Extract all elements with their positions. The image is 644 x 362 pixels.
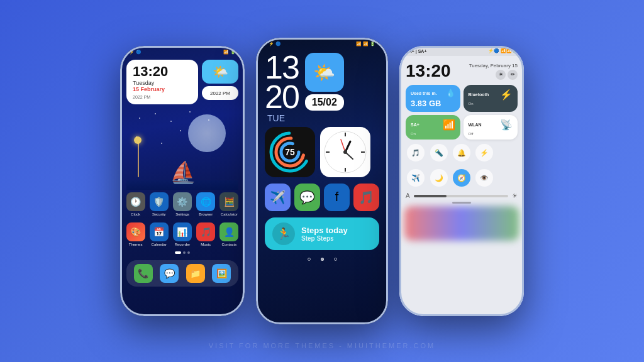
date-box-2: 15/02 bbox=[305, 94, 344, 111]
phone-3: SA+ | SA+ ⚡🔵 📶📶🔋 13:20 Tuesday, February… bbox=[399, 46, 524, 316]
status-left-3: SA+ | SA+ bbox=[406, 49, 426, 53]
page-dots-1 bbox=[120, 249, 245, 256]
water-reflection bbox=[126, 180, 238, 190]
ring-value-2: 75 bbox=[285, 147, 295, 157]
app-security[interactable]: 🛡️ Security bbox=[148, 192, 169, 216]
app-calendar[interactable]: 📅 Calendar bbox=[148, 222, 169, 246]
night-scene-1: ⛵ bbox=[126, 108, 238, 190]
tile-bt-3[interactable]: Bluetooth ⚡ On bbox=[464, 85, 518, 112]
app-browser-label: Browser bbox=[199, 212, 213, 216]
tile-sa-icon: 📶 bbox=[443, 119, 455, 131]
svg-point-11 bbox=[343, 150, 347, 154]
star bbox=[189, 111, 191, 112]
edit-icon-3[interactable]: ✏ bbox=[508, 70, 518, 80]
app-calculator-icon: 🧮 bbox=[219, 192, 238, 211]
battery-2: 🔋 bbox=[370, 41, 375, 47]
sun-icon-3[interactable]: ☀ bbox=[496, 70, 506, 80]
app-music-label: Music bbox=[201, 243, 211, 246]
app-recorder[interactable]: 📊 Recorder bbox=[172, 222, 192, 246]
ctrl-nfc[interactable]: ⚡ bbox=[475, 144, 493, 162]
tile-sa-label: SA+ bbox=[411, 123, 419, 127]
dock-gallery[interactable]: 🖼️ bbox=[210, 264, 234, 283]
app-music[interactable]: 🎵 Music bbox=[196, 222, 216, 246]
tile-sa-3[interactable]: SA+ 📶 On bbox=[406, 115, 460, 140]
status-icons-1: 📶 🔋 bbox=[223, 50, 236, 55]
dock-messages[interactable]: 💬 bbox=[158, 264, 182, 283]
star bbox=[161, 143, 162, 144]
mid-row-2: 75 bbox=[256, 124, 388, 180]
app-fb-2[interactable]: f bbox=[324, 184, 350, 211]
app-security-icon: 🛡️ bbox=[150, 192, 169, 211]
clock-time-1: 13:20 bbox=[133, 65, 192, 79]
moon-1 bbox=[188, 114, 226, 152]
brightness-bar[interactable] bbox=[414, 195, 508, 197]
ring-widget-2[interactable]: 75 bbox=[265, 127, 315, 177]
widgets-row-1: 13:20 Tuesday 15 February 2022 PM 🌤️ 202… bbox=[120, 56, 245, 108]
steps-icon-2: 🏃 bbox=[272, 222, 295, 245]
dot-active bbox=[175, 251, 181, 254]
tile-wlan-header: WLAN 📡 bbox=[469, 119, 513, 131]
steps-sub-2: Step Steps bbox=[301, 235, 348, 242]
app-browser-icon: 🌐 bbox=[196, 192, 215, 211]
dock-phone[interactable]: 📞 bbox=[131, 264, 155, 283]
app-recorder-label: Recorder bbox=[175, 243, 191, 246]
control-tiles-3: Used this m. 💧 3.83 GB Bluetooth ⚡ On SA… bbox=[399, 84, 524, 141]
dot-1 bbox=[183, 251, 186, 254]
tile-wlan-label: WLAN bbox=[469, 123, 482, 127]
ctrl-bell[interactable]: 🔔 bbox=[453, 144, 470, 162]
status-bar-2: ⚡ 🔵 📶 📶 🔋 bbox=[256, 38, 388, 48]
app-whatsapp-2[interactable]: 💬 bbox=[294, 184, 320, 211]
steps-widget-2[interactable]: 🏃 Steps today Step Steps bbox=[265, 217, 379, 250]
clock-widget-1[interactable]: 13:20 Tuesday 15 February 2022 PM bbox=[126, 60, 198, 104]
ctrl-airplane[interactable]: ✈️ bbox=[407, 169, 425, 187]
brightness-control-3[interactable]: A ☀ bbox=[406, 192, 518, 199]
weather-widget-1[interactable]: 🌤️ 2022 PM bbox=[202, 60, 238, 104]
tile-wlan-3[interactable]: WLAN 📡 Off bbox=[464, 115, 518, 140]
ctrl-location[interactable]: 🧭 bbox=[453, 169, 470, 187]
tile-data-3[interactable]: Used this m. 💧 3.83 GB bbox=[406, 85, 460, 112]
app-themes[interactable]: 🎨 Themes bbox=[125, 222, 146, 246]
clock-time-3: 13:20 bbox=[406, 61, 451, 81]
battery-icon: 🔋 bbox=[230, 50, 236, 55]
app-security-label: Security bbox=[152, 212, 166, 216]
app-contacts[interactable]: 👤 Contacts bbox=[219, 222, 240, 246]
dock-files[interactable]: 📁 bbox=[184, 264, 208, 283]
app-browser[interactable]: 🌐 Browser bbox=[196, 192, 216, 216]
drag-bar-container bbox=[399, 202, 524, 204]
nav-back bbox=[308, 258, 311, 261]
tile-bt-label: Bluetooth bbox=[469, 92, 489, 97]
app-contacts-icon: 👤 bbox=[219, 222, 238, 241]
app-row-2: ✈️ 💬 f 🎵 bbox=[256, 180, 388, 215]
dock-gallery-icon: 🖼️ bbox=[212, 264, 231, 283]
phone-3-screen: SA+ | SA+ ⚡🔵 📶📶🔋 13:20 Tuesday, February… bbox=[399, 46, 524, 316]
clock-row-3: 13:20 Tuesday, February 15 ☀ ✏ bbox=[399, 56, 524, 84]
analog-svg bbox=[323, 130, 367, 174]
app-paper-2[interactable]: ✈️ bbox=[265, 184, 291, 211]
app-clock[interactable]: 🕐 Clock bbox=[125, 192, 146, 216]
icon-controls-row2: ✈️ 🌙 🧭 👁️ bbox=[399, 166, 524, 190]
ctrl-moon[interactable]: 🌙 bbox=[430, 169, 448, 187]
app-settings[interactable]: ⚙️ Settings bbox=[172, 192, 192, 216]
tile-wlan-icon: 📡 bbox=[500, 119, 513, 131]
ctrl-eye[interactable]: 👁️ bbox=[475, 169, 493, 187]
app-grid-row2: 🎨 Themes 📅 Calendar 📊 Recorder 🎵 Music 👤… bbox=[120, 220, 245, 249]
analog-clock-2[interactable] bbox=[320, 127, 370, 177]
app-music-2[interactable]: 🎵 bbox=[353, 184, 379, 211]
nav-2 bbox=[256, 253, 388, 266]
ctrl-vibrate[interactable]: 🎵 bbox=[407, 144, 425, 162]
dock-phone-icon: 📞 bbox=[134, 264, 153, 283]
app-clock-icon: 🕐 bbox=[126, 192, 145, 211]
clock-hours-2: 13 bbox=[265, 53, 299, 82]
steps-text-2: Steps today Step Steps bbox=[301, 226, 348, 242]
app-recorder-icon: 📊 bbox=[173, 222, 192, 241]
app-settings-label: Settings bbox=[175, 212, 189, 216]
star bbox=[170, 121, 172, 122]
status-bar-3: SA+ | SA+ ⚡🔵 📶📶🔋 bbox=[399, 46, 524, 56]
signal-icon: 📶 bbox=[223, 50, 229, 55]
ctrl-flashlight[interactable]: 🔦 bbox=[430, 144, 448, 162]
lamp-post bbox=[138, 143, 139, 177]
bluetooth-icon: ⚡ 🔵 bbox=[129, 50, 142, 55]
clock-year-1: 2022 PM bbox=[133, 95, 192, 99]
app-calculator[interactable]: 🧮 Calculator bbox=[219, 192, 240, 216]
dock-files-icon: 📁 bbox=[186, 264, 205, 283]
